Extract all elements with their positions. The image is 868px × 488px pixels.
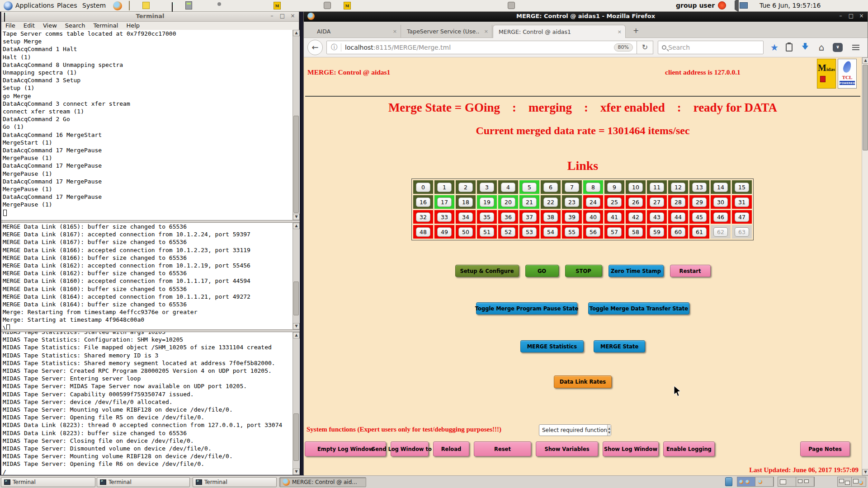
taskbar-item-terminal-1[interactable]: Terminal	[1, 477, 95, 487]
close-icon[interactable]: ×	[858, 13, 865, 19]
midas-launcher-icon-2[interactable]: M	[344, 2, 351, 9]
zoom-level-badge[interactable]: 80%	[614, 43, 633, 52]
link-button[interactable]: 45	[692, 212, 707, 222]
log-button[interactable]: Send Log Window to ELog	[391, 441, 429, 456]
action-button[interactable]: Restart	[670, 265, 711, 277]
link-button[interactable]: 57	[607, 227, 622, 237]
menu-help[interactable]: Help	[126, 22, 140, 30]
terminal-launcher-icon[interactable]	[172, 2, 173, 12]
back-button[interactable]: ←	[307, 40, 323, 55]
link-button[interactable]: 18	[458, 197, 473, 207]
link-button[interactable]: 60	[671, 227, 685, 237]
link-button[interactable]: 16	[416, 197, 430, 207]
log-button[interactable]: Reset	[474, 441, 531, 456]
close-icon[interactable]: ×	[289, 13, 296, 19]
link-button[interactable]: 52	[501, 227, 515, 237]
link-button[interactable]: 23	[565, 197, 579, 207]
firefox-launcher-icon[interactable]	[113, 1, 122, 10]
tcl-logo[interactable]: TCL POWERED	[838, 59, 857, 89]
page-scrollbar[interactable]: ▲ ▼	[862, 57, 868, 475]
link-button[interactable]: 5	[522, 183, 537, 192]
midas-logo[interactable]: Midas	[817, 59, 836, 89]
launcher-icon-2[interactable]	[508, 2, 515, 9]
link-button[interactable]: 8	[586, 183, 600, 192]
link-button[interactable]: 59	[650, 227, 664, 237]
link-button[interactable]: 12	[671, 183, 685, 192]
launcher-icon[interactable]	[324, 2, 331, 9]
scroll-up-icon[interactable]: ▲	[293, 223, 300, 229]
pocket-icon[interactable]: ∨	[832, 42, 844, 52]
action-button[interactable]: Zero Time Stamp	[609, 265, 664, 277]
menu-terminal[interactable]: Terminal	[93, 22, 118, 30]
link-button[interactable]: 9	[607, 183, 622, 192]
stat-button[interactable]: MERGE State	[594, 340, 645, 352]
trash-icon[interactable]	[725, 477, 732, 486]
link-button[interactable]: 28	[671, 197, 685, 207]
link-button[interactable]: 38	[543, 212, 558, 222]
log-button[interactable]: Reload	[433, 441, 469, 456]
tab-merge-control[interactable]: MERGE: Control @ aidas1 ×	[493, 25, 626, 38]
update-notifier-icon[interactable]	[718, 1, 726, 9]
link-button[interactable]: 62	[713, 227, 728, 237]
link-button[interactable]: 10	[628, 183, 643, 192]
downloads-icon[interactable]	[799, 42, 811, 52]
mail-launcher-icon[interactable]	[129, 1, 130, 10]
menu-view[interactable]: View	[43, 22, 57, 30]
network-monitor-icon[interactable]	[740, 2, 748, 9]
link-button[interactable]: 34	[458, 212, 473, 222]
link-button[interactable]: 0	[416, 183, 430, 192]
action-button[interactable]: STOP	[565, 265, 602, 277]
scrollbar-thumb[interactable]	[293, 413, 299, 461]
system-functions-select[interactable]: Select required function ▲▼	[539, 424, 611, 436]
link-button[interactable]: 17	[437, 197, 452, 207]
taskbar-item-terminal-3[interactable]: Terminal	[193, 477, 277, 487]
link-button[interactable]: 11	[650, 183, 664, 192]
link-button[interactable]: 55	[565, 227, 579, 237]
tab-close-icon[interactable]: ×	[618, 29, 622, 35]
link-button[interactable]: 63	[735, 227, 749, 237]
log-button[interactable]: Show Log Window	[603, 441, 659, 456]
menu-file[interactable]: File	[5, 22, 15, 30]
link-button[interactable]: 27	[650, 197, 664, 207]
scrollbar-thumb[interactable]	[863, 65, 868, 150]
url-bar[interactable]: ⓘ localhost:8115/MERGE/Merge.tml 80%	[326, 41, 637, 54]
new-tab-button[interactable]: +	[633, 26, 639, 35]
action-button[interactable]: GO	[525, 265, 559, 277]
maximize-icon[interactable]: □	[279, 13, 286, 19]
workspace-1[interactable]	[737, 477, 755, 486]
link-button[interactable]: 30	[713, 197, 728, 207]
scroll-down-icon[interactable]: ▼	[293, 323, 300, 329]
link-button[interactable]: 54	[543, 227, 558, 237]
link-button[interactable]: 6	[543, 183, 558, 192]
link-button[interactable]: 42	[628, 212, 643, 222]
workspace-3[interactable]	[778, 477, 796, 486]
firefox-titlebar[interactable]: MERGE: Control @ aidas1 - Mozilla Firefo…	[304, 11, 868, 22]
log-button[interactable]: Show Variables	[536, 441, 598, 456]
link-button[interactable]: 22	[543, 197, 558, 207]
link-button[interactable]: 53	[522, 227, 537, 237]
link-button[interactable]: 26	[628, 197, 643, 207]
link-button[interactable]: 56	[586, 227, 600, 237]
menu-hamburger-icon[interactable]	[850, 42, 862, 52]
link-button[interactable]: 41	[607, 212, 622, 222]
link-button[interactable]: 24	[586, 197, 600, 207]
link-button[interactable]: 35	[480, 212, 494, 222]
link-button[interactable]: 51	[480, 227, 494, 237]
link-button[interactable]: 1	[437, 183, 452, 192]
terminal-pane-3[interactable]: MIDAS Tape Statistics: Started with args…	[1, 332, 300, 475]
menu-places[interactable]: Places	[57, 2, 77, 9]
stat-button[interactable]: MERGE Statistics	[520, 340, 584, 352]
maximize-icon[interactable]: □	[848, 13, 854, 19]
minimize-icon[interactable]: –	[837, 13, 844, 19]
link-button[interactable]: 19	[480, 197, 494, 207]
taskbar-item-terminal-2[interactable]: Terminal	[97, 477, 190, 487]
action-button[interactable]: Setup & Configure	[455, 265, 519, 277]
link-button[interactable]: 48	[416, 227, 430, 237]
scroll-up-icon[interactable]: ▲	[293, 332, 300, 338]
search-field[interactable]: Search	[658, 41, 764, 54]
clock[interactable]: Tue 6 Jun, 19:57:16	[760, 2, 821, 9]
terminal-pane-2[interactable]: MERGE Data Link (8165): buffer size chan…	[1, 223, 300, 329]
link-button[interactable]: 44	[671, 212, 685, 222]
volume-icon[interactable]	[732, 0, 739, 12]
link-button[interactable]: 58	[628, 227, 643, 237]
